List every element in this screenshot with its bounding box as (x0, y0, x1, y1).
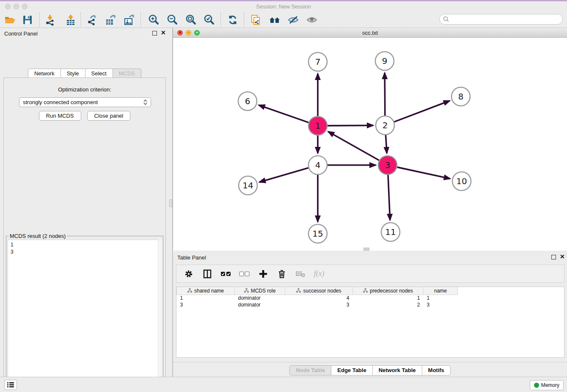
table-panel-header: Table Panel ✕ (173, 252, 567, 264)
edge-3-11[interactable] (388, 175, 390, 220)
column-header-predecessor-nodes[interactable]: predecessor nodes (353, 287, 424, 295)
table-panel-float-button[interactable] (551, 255, 556, 259)
edge-2-9[interactable] (385, 73, 385, 116)
divider-grip[interactable] (169, 199, 172, 207)
app-title: Session: New Session (0, 3, 567, 10)
table-cell[interactable]: 3 (177, 301, 235, 308)
zoom-selected-icon[interactable] (203, 14, 215, 26)
result-scrollbar[interactable] (158, 240, 162, 392)
export-table-icon[interactable] (104, 14, 117, 26)
save-session-icon[interactable] (21, 14, 34, 26)
edge-3-1[interactable] (328, 132, 379, 160)
toolbar-separator (244, 12, 244, 27)
column-header-successor-nodes[interactable]: successor nodes (285, 287, 353, 295)
zoom-fit-icon[interactable] (184, 14, 197, 26)
open-file-icon[interactable] (3, 14, 16, 26)
control-panel: Control Panel ✕ Network Style Select MCD… (0, 28, 169, 377)
table-cell[interactable]: 4 (285, 295, 353, 301)
select-all-icon[interactable] (220, 268, 231, 279)
table-panel-title: Table Panel (177, 254, 206, 261)
close-panel-button[interactable]: Close panel (87, 111, 131, 121)
status-bar: Memory (0, 377, 567, 392)
table-cell[interactable]: 1 (353, 295, 424, 301)
show-all-icon[interactable] (306, 14, 318, 26)
main-toolbar (0, 11, 567, 28)
table-row[interactable]: 3dominator323 (177, 301, 458, 308)
node-label-11: 11 (385, 227, 396, 237)
show-columns-icon[interactable] (202, 268, 213, 279)
zoom-in-icon[interactable] (147, 14, 160, 26)
tab-edge-table[interactable]: Edge Table (331, 365, 372, 375)
node-table-grid: shared nameMCDS rolesuccessor nodesprede… (176, 287, 458, 308)
network-window-title: scc.txt (173, 30, 567, 36)
optimization-criterion-label: Optimization criterion: (4, 86, 165, 93)
list-icon (7, 382, 14, 388)
edge-2-3[interactable] (385, 135, 387, 153)
table-row[interactable]: 1dominator411 (177, 295, 458, 301)
first-neighbors-icon[interactable] (268, 14, 281, 26)
control-panel-close-button[interactable]: ✕ (161, 30, 166, 36)
network-window-titlebar[interactable]: ✕ − + scc.txt (173, 28, 567, 38)
tab-network-table[interactable]: Network Table (373, 365, 422, 375)
edge-3-10[interactable] (397, 167, 450, 179)
export-network-icon[interactable] (86, 14, 99, 26)
column-header-MCDS-role[interactable]: MCDS role (235, 287, 285, 295)
search-input[interactable] (439, 14, 563, 25)
table-panel-separator (173, 362, 567, 362)
refresh-icon[interactable] (226, 14, 239, 26)
edge-1-6[interactable] (259, 105, 308, 122)
select-stepper-icon (143, 99, 147, 105)
toolbar-separator (220, 12, 221, 27)
node-label-6: 6 (245, 96, 250, 106)
memory-button[interactable]: Memory (530, 380, 564, 390)
table-cell[interactable]: 3 (424, 301, 458, 308)
criterion-select[interactable]: strongly connected component (19, 97, 151, 107)
table-settings-icon[interactable] (183, 268, 194, 279)
toolbar-separator (39, 12, 40, 27)
table-cell[interactable]: 1 (177, 295, 235, 301)
node-label-9: 9 (382, 56, 388, 66)
add-icon[interactable] (258, 268, 269, 279)
table-cell[interactable]: dominator (235, 295, 285, 301)
task-history-button[interactable] (4, 380, 17, 390)
edge-1-2[interactable] (328, 125, 373, 126)
tab-node-table[interactable]: Node Table (289, 365, 331, 375)
column-type-icon (187, 288, 192, 293)
network-graph: 7968124314101511 (173, 38, 567, 251)
zoom-out-icon[interactable] (166, 14, 179, 26)
tab-motifs[interactable]: Motifs (422, 365, 451, 375)
node-label-1: 1 (315, 121, 321, 131)
panel-divider[interactable] (169, 28, 173, 377)
mcds-result-group: MCDS result (2 nodes) 1 3 (6, 236, 163, 392)
node-label-10: 10 (456, 176, 467, 186)
edge-2-8[interactable] (394, 101, 450, 122)
mcds-result-title: MCDS result (2 nodes) (8, 233, 67, 239)
import-table-icon[interactable] (64, 14, 77, 26)
criterion-value: strongly connected component (23, 99, 98, 105)
node-label-8: 8 (458, 91, 464, 102)
control-panel-float-button[interactable] (152, 31, 157, 36)
table-cell[interactable]: 1 (424, 295, 458, 301)
column-header-shared-name[interactable]: shared name (177, 287, 235, 295)
clone-network-icon[interactable] (250, 14, 262, 26)
function-builder-icon: f(x) (314, 268, 325, 279)
import-network-icon[interactable] (44, 14, 56, 26)
mcds-result-text[interactable]: 1 3 (8, 240, 162, 392)
hide-selected-icon[interactable] (287, 14, 300, 26)
table-panel-close-button[interactable]: ✕ (560, 254, 565, 259)
table-cell[interactable]: dominator (235, 301, 285, 308)
delete-icon[interactable] (276, 268, 287, 279)
table-cell[interactable]: 2 (353, 301, 424, 308)
network-resize-grip[interactable] (363, 248, 369, 251)
run-mcds-button[interactable]: Run MCDS (39, 111, 81, 121)
clear-selection-icon[interactable] (239, 268, 250, 279)
table-panel: Table Panel ✕ (173, 252, 567, 377)
column-header-name[interactable]: name (424, 287, 458, 295)
export-image-icon[interactable] (123, 14, 135, 26)
network-window: ✕ − + scc.txt 7968124314101511 (173, 28, 567, 251)
table-cell[interactable]: 3 (285, 301, 353, 308)
search-icon (443, 16, 449, 22)
edge-4-14[interactable] (259, 168, 308, 182)
network-canvas[interactable]: 7968124314101511 (173, 38, 567, 251)
column-type-icon (363, 288, 368, 293)
